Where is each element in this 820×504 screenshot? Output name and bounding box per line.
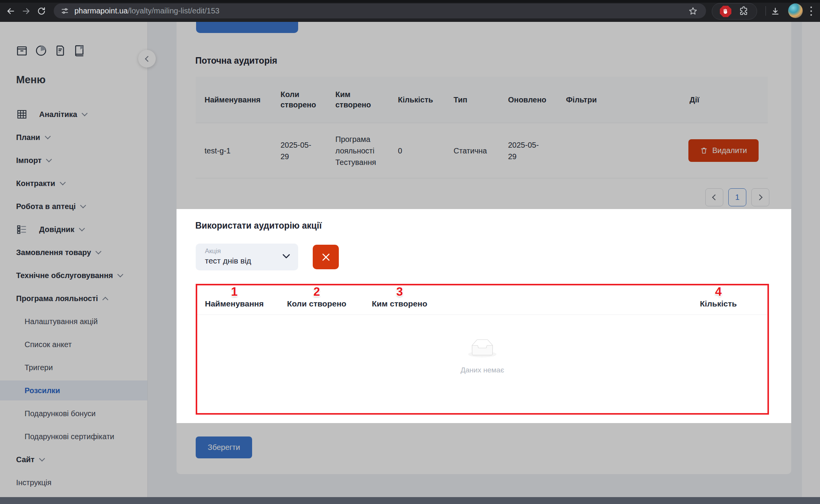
table-header-row: Найменування Коли створено Ким створено …: [196, 77, 768, 123]
pagination-prev-icon[interactable]: [705, 188, 723, 206]
col-created-by: Ким створено: [335, 77, 376, 123]
browser-menu-icon[interactable]: [810, 7, 812, 16]
bookmark-star-icon[interactable]: [688, 7, 698, 17]
sidebar: Меню Аналітика Плани Імпорт Контракти Ро…: [0, 22, 148, 504]
annotation-4: 4: [700, 286, 737, 298]
sidebar-item-gift-certificates[interactable]: Подарункові сертифікати: [0, 428, 147, 445]
scrollbar-track[interactable]: [802, 22, 820, 504]
book-icon[interactable]: [73, 44, 86, 57]
empty-state-text: Даних немає: [197, 366, 767, 374]
annotation-1: 1: [205, 286, 264, 298]
list-icon: [16, 224, 28, 235]
forward-icon[interactable]: [20, 5, 32, 17]
col-created-at: Коли створено: [287, 299, 346, 308]
sidebar-item-instruction[interactable]: Інструкція: [0, 474, 147, 491]
sidebar-item-triggers[interactable]: Тригери: [0, 359, 147, 376]
sidebar-item-maintenance[interactable]: Технічне обслуговування: [0, 267, 147, 284]
sidebar-quick-icons: [15, 44, 86, 57]
sidebar-item-gift-bonuses[interactable]: Подарункові бонуси: [0, 405, 147, 422]
cell-name: test-g-1: [205, 123, 274, 178]
sidebar-item-pharmacy-work[interactable]: Робота в аптеці: [0, 198, 147, 215]
browser-chrome: pharmapoint.ua/loyalty/mailing-list/edit…: [0, 0, 820, 22]
page-viewport: Меню Аналітика Плани Імпорт Контракти Ро…: [0, 22, 820, 504]
current-audience-table: Найменування Коли створено Ким створено …: [196, 77, 768, 178]
empty-inbox-icon: [468, 339, 497, 357]
downloads-icon[interactable]: [769, 5, 781, 17]
extensions-puzzle-icon[interactable]: [739, 6, 749, 17]
use-audience-title: Використати аудиторію акції: [195, 221, 322, 231]
annotated-audience-table: 1 Найменування 2 Коли створено 3 Ким ств…: [196, 284, 769, 415]
cell-created-by: Програма лояльності Тестування: [335, 123, 383, 178]
toolbar-separator: [766, 6, 766, 16]
document-icon[interactable]: [54, 44, 67, 57]
url-text: pharmapoint.ua/loyalty/mailing-list/edit…: [74, 7, 219, 15]
pagination-next-icon[interactable]: [751, 188, 769, 206]
empty-state: Даних немає: [197, 339, 767, 374]
annotated-table-header: 1 Найменування 2 Коли створено 3 Ким ств…: [197, 285, 767, 315]
cell-count: 0: [398, 123, 444, 178]
sidebar-item-plans[interactable]: Плани: [0, 129, 147, 146]
pagination-page-1[interactable]: 1: [728, 188, 746, 206]
cell-created-at: 2025-05-29: [280, 123, 317, 178]
archive-box-icon[interactable]: [15, 44, 28, 57]
save-button[interactable]: Зберегти: [196, 436, 252, 458]
col-name: Найменування: [205, 299, 264, 308]
sidebar-menu-title: Меню: [16, 74, 46, 86]
annotation-2: 2: [287, 286, 346, 298]
col-filters: Фільтри: [566, 77, 624, 123]
sidebar-item-site[interactable]: Сайт: [0, 451, 147, 468]
pagination: 1: [705, 188, 769, 206]
promo-select[interactable]: Акція тест днів від: [196, 244, 298, 270]
promo-select-label: Акція: [205, 247, 221, 255]
url-bar[interactable]: pharmapoint.ua/loyalty/mailing-list/edit…: [54, 3, 706, 18]
close-icon: [321, 252, 331, 262]
sidebar-item-mailings[interactable]: Розсилки: [0, 380, 147, 400]
sidebar-item-analytics[interactable]: Аналітика: [0, 106, 147, 123]
col-name: Найменування: [205, 77, 274, 123]
sidebar-item-promo-settings[interactable]: Налаштування акцій: [0, 313, 147, 330]
site-info-icon[interactable]: [61, 7, 69, 15]
annotation-3: 3: [372, 286, 427, 298]
back-icon[interactable]: [5, 5, 17, 17]
grid-icon: [16, 109, 28, 120]
table-row: test-g-1 2025-05-29 Програма лояльності …: [196, 123, 768, 178]
col-count: Кількість: [700, 299, 737, 308]
col-created-by: Ким створено: [372, 299, 427, 308]
sidebar-item-import[interactable]: Імпорт: [0, 152, 147, 169]
chevron-down-icon: [282, 254, 290, 260]
cell-type: Статична: [454, 123, 496, 178]
promo-select-value: тест днів від: [205, 256, 251, 265]
col-updated: Оновлено: [508, 77, 554, 123]
sidebar-item-contracts[interactable]: Контракти: [0, 175, 147, 192]
trash-icon: [700, 147, 708, 155]
clear-selection-button[interactable]: [313, 245, 339, 269]
col-actions: Дії: [690, 77, 728, 123]
adblock-icon[interactable]: [720, 6, 731, 17]
sidebar-item-questionnaires[interactable]: Список анкет: [0, 336, 147, 353]
sidebar-collapse-button[interactable]: [138, 50, 156, 68]
extensions-group: [712, 3, 757, 20]
current-audience-title: Поточна аудиторія: [195, 56, 277, 66]
profile-avatar[interactable]: [788, 3, 803, 18]
delete-button[interactable]: Видалити: [688, 139, 759, 162]
cell-updated: 2025-05-29: [508, 123, 545, 178]
col-type: Тип: [454, 77, 492, 123]
tab-strip: [0, 0, 820, 3]
sidebar-item-goods-order[interactable]: Замовлення товару: [0, 244, 147, 261]
bottom-scrollbar[interactable]: [0, 497, 820, 504]
col-created-at: Коли створено: [280, 77, 321, 123]
reload-icon[interactable]: [35, 5, 48, 17]
sidebar-item-directory[interactable]: Довідник: [0, 221, 147, 238]
pie-chart-icon[interactable]: [35, 44, 48, 57]
col-count: Кількість: [398, 77, 444, 123]
scrolled-partial-button[interactable]: [196, 22, 298, 33]
sidebar-item-loyalty-program[interactable]: Програма лояльності: [0, 290, 147, 307]
